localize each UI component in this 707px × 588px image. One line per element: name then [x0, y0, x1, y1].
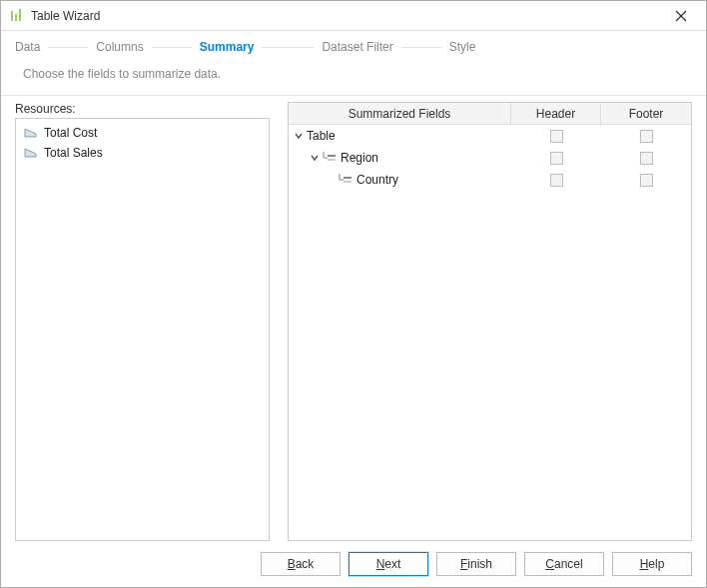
resource-item[interactable]: Total Cost	[18, 123, 267, 143]
svg-rect-2	[19, 9, 21, 21]
svg-marker-5	[25, 129, 36, 137]
step-style[interactable]: Style	[449, 40, 476, 54]
col-header[interactable]: Header	[511, 103, 601, 124]
resources-list[interactable]: Total Cost Total Sales	[15, 118, 270, 541]
step-dataset-filter[interactable]: Dataset Filter	[322, 40, 392, 54]
svg-rect-0	[11, 11, 13, 21]
fields-body: Table	[289, 125, 691, 540]
resources-label: Resources:	[15, 102, 270, 116]
svg-rect-9	[328, 155, 336, 157]
app-icon	[9, 8, 25, 24]
fields-panel: Summarized Fields Header Footer Table	[288, 102, 692, 541]
window-title: Table Wizard	[31, 9, 100, 23]
row-label: Country	[356, 173, 398, 187]
summarized-fields-table: Summarized Fields Header Footer Table	[288, 102, 692, 541]
svg-marker-6	[25, 149, 36, 157]
titlebar: Table Wizard	[1, 1, 706, 31]
footer-checkbox[interactable]	[640, 174, 653, 187]
wizard-steps: Data Columns Summary Dataset Filter Styl…	[1, 31, 706, 63]
close-icon	[675, 10, 687, 22]
fields-row-region[interactable]: Region	[289, 147, 691, 169]
help-button[interactable]: Help	[612, 552, 692, 576]
col-footer[interactable]: Footer	[601, 103, 691, 124]
svg-rect-13	[344, 177, 352, 179]
main-area: Resources: Total Cost Total Sales	[1, 96, 706, 541]
svg-rect-10	[328, 159, 336, 161]
resource-label: Total Sales	[44, 146, 103, 160]
chevron-down-icon[interactable]	[309, 152, 321, 164]
svg-rect-14	[344, 181, 352, 183]
fields-row-country[interactable]: Country	[289, 169, 691, 191]
fields-header-row: Summarized Fields Header Footer	[289, 103, 691, 125]
footer-checkbox[interactable]	[640, 152, 653, 165]
next-button[interactable]: Next	[349, 552, 428, 576]
button-bar: Back Next Finish Cancel Help	[1, 541, 706, 587]
cancel-button[interactable]: Cancel	[524, 552, 604, 576]
resource-item[interactable]: Total Sales	[18, 143, 267, 163]
svg-rect-1	[15, 14, 17, 21]
step-summary[interactable]: Summary	[200, 40, 255, 54]
measure-icon	[24, 145, 38, 162]
row-label: Table	[307, 129, 336, 143]
col-summarized[interactable]: Summarized Fields	[289, 103, 511, 124]
footer-checkbox[interactable]	[640, 130, 653, 143]
row-label: Region	[341, 151, 378, 165]
step-data[interactable]: Data	[15, 40, 40, 54]
close-button[interactable]	[664, 2, 698, 30]
step-columns[interactable]: Columns	[96, 40, 143, 54]
header-checkbox[interactable]	[550, 174, 563, 187]
header-checkbox[interactable]	[550, 130, 563, 143]
measure-icon	[24, 125, 38, 142]
group-icon	[323, 152, 337, 164]
header-checkbox[interactable]	[550, 152, 563, 165]
fields-row-table[interactable]: Table	[289, 125, 691, 147]
resource-label: Total Cost	[44, 126, 97, 140]
resources-panel: Resources: Total Cost Total Sales	[15, 102, 270, 541]
finish-button[interactable]: Finish	[436, 552, 516, 576]
back-button[interactable]: Back	[261, 552, 341, 576]
wizard-subtitle: Choose the fields to summarize data.	[1, 63, 706, 96]
group-icon	[339, 174, 353, 186]
chevron-down-icon[interactable]	[293, 130, 305, 142]
